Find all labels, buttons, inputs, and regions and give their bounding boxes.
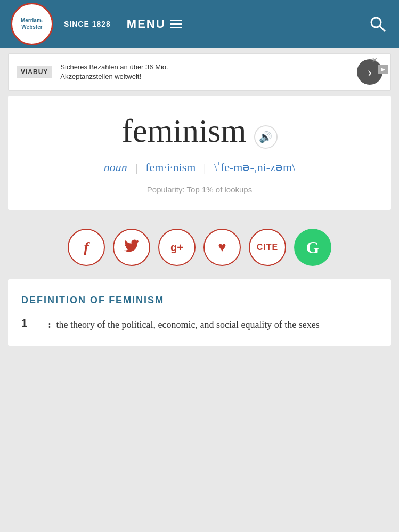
- googleplus-icon: g+: [170, 241, 183, 254]
- definition-title-word: FEMINISM: [109, 295, 164, 305]
- heart-icon: ♥: [218, 239, 226, 255]
- word-syllables: fem·i·nism: [145, 160, 196, 174]
- ad-banner: VIABUY Sicheres Bezahlen an über 36 Mio.…: [8, 53, 391, 91]
- hamburger-icon: [170, 20, 182, 28]
- svg-point-0: [371, 18, 381, 27]
- ad-close-button[interactable]: ✕: [372, 57, 377, 64]
- search-button[interactable]: [367, 13, 388, 35]
- definition-entry-1: 1 : the theory of the political, economi…: [21, 317, 378, 333]
- ad-info-button[interactable]: ▶: [378, 65, 388, 74]
- definition-title: Definition of FEMINISM: [21, 293, 378, 307]
- word-title-container: feminism 🔊: [19, 112, 380, 154]
- definition-title-prefix: Definition of: [21, 295, 105, 305]
- menu-label: MENU: [127, 17, 166, 31]
- audio-button[interactable]: 🔊: [254, 125, 278, 149]
- ad-text: Sicheres Bezahlen an über 36 Mio. Akzept…: [60, 62, 352, 82]
- logo[interactable]: Merriam- Webster: [11, 3, 53, 45]
- speaker-icon: 🔊: [259, 131, 272, 143]
- facebook-button[interactable]: f: [68, 229, 105, 266]
- logo-text-top: Merriam-: [21, 18, 43, 24]
- action-buttons-bar: f g+ ♥ CITE G: [0, 215, 399, 279]
- menu-button[interactable]: MENU: [127, 17, 182, 31]
- divider1: |: [135, 160, 137, 174]
- twitter-button[interactable]: [113, 229, 150, 266]
- ad-text-line1: Sicheres Bezahlen an über 36 Mio.: [60, 63, 168, 71]
- cite-button[interactable]: CITE: [249, 229, 286, 266]
- facebook-icon: f: [84, 239, 88, 256]
- ad-brand: VIABUY: [17, 66, 52, 78]
- grammarly-button[interactable]: G: [294, 229, 331, 266]
- grammarly-icon: G: [306, 238, 320, 257]
- definition-number-1: 1: [21, 317, 37, 329]
- definition-text-1: : the theory of the political, economic,…: [48, 317, 320, 333]
- word-pronunciation: \ˈfe-mə-ˌni-zəm\: [214, 160, 295, 174]
- search-svg: [369, 15, 386, 33]
- definition-card: Definition of FEMINISM 1 : the theory of…: [8, 279, 391, 346]
- ad-text-line2: Akzeptanzstellen weltweit!: [60, 72, 141, 80]
- logo-text-bottom: Webster: [21, 24, 42, 30]
- definition-colon-1: :: [48, 319, 51, 330]
- twitter-icon: [124, 239, 139, 255]
- favorite-button[interactable]: ♥: [203, 229, 241, 266]
- part-of-speech: noun: [104, 160, 127, 174]
- googleplus-button[interactable]: g+: [158, 229, 196, 266]
- divider2: |: [203, 160, 206, 174]
- search-icon[interactable]: [367, 13, 388, 35]
- cite-label: CITE: [257, 243, 278, 252]
- since-label: SINCE 1828: [64, 20, 111, 28]
- word-card: feminism 🔊 noun | fem·i·nism | \ˈfe-mə-ˌ…: [8, 96, 391, 210]
- site-header: Merriam- Webster SINCE 1828 MENU: [0, 0, 399, 48]
- definition-body-1: the theory of the political, economic, a…: [54, 319, 320, 330]
- word-info-line: noun | fem·i·nism | \ˈfe-mə-ˌni-zəm\: [19, 160, 380, 174]
- svg-line-1: [380, 26, 385, 31]
- word-title: feminism: [121, 112, 246, 150]
- popularity-text: Popularity: Top 1% of lookups: [19, 185, 380, 194]
